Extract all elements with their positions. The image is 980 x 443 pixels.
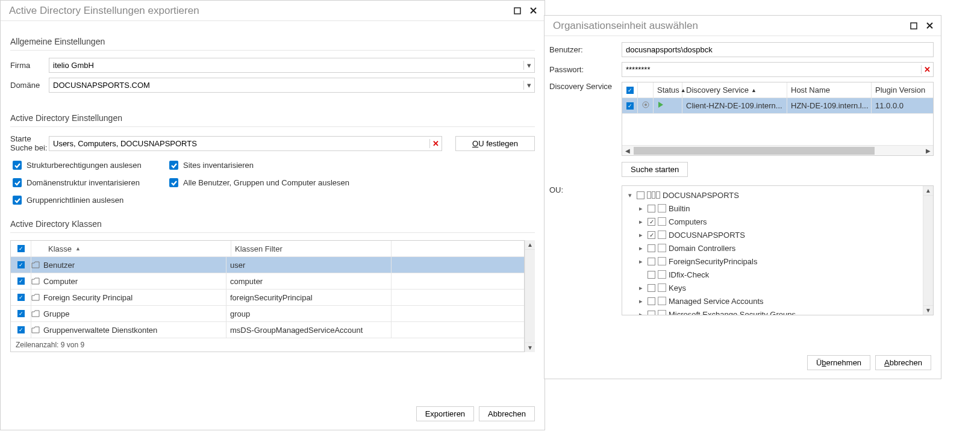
tree-checkbox[interactable] — [648, 244, 655, 252]
col-filter-header[interactable]: Klassen Filter — [231, 241, 392, 256]
row-checkbox[interactable] — [17, 261, 25, 268]
tree-item[interactable]: ▸Managed Service Accounts — [626, 294, 922, 308]
discovery-label: Discovery Service — [549, 82, 622, 91]
tree-checkbox[interactable] — [648, 258, 655, 265]
start-search-input-wrap: ✕ — [49, 136, 442, 151]
select-all-checkbox[interactable] — [11, 241, 31, 256]
table-row[interactable]: Benutzeruser — [11, 257, 524, 273]
tree-item[interactable]: ▸Computers — [626, 215, 922, 228]
scroll-down-icon[interactable]: ▼ — [923, 305, 933, 315]
tree-checkbox[interactable] — [648, 271, 655, 279]
expand-icon[interactable]: ▸ — [637, 311, 645, 315]
maximize-icon[interactable] — [511, 4, 524, 17]
titlebar: Organisationseinheit auswählen — [545, 16, 941, 36]
scroll-left-icon[interactable]: ◀ — [622, 147, 632, 154]
cell-filter: group — [226, 306, 392, 321]
user-input[interactable] — [622, 43, 933, 57]
col-status[interactable]: Status▲ — [654, 82, 682, 98]
expand-icon[interactable]: ▸ — [637, 284, 645, 292]
domain-input[interactable] — [49, 78, 523, 92]
chk-struct-perms[interactable]: Strukturberechtigungen auslesen — [13, 161, 169, 170]
tree-checkbox[interactable] — [648, 231, 655, 239]
tree-checkbox[interactable] — [648, 218, 655, 226]
scroll-up-icon[interactable]: ▲ — [923, 186, 933, 196]
chk-domain-struct[interactable]: Domänenstruktur inventarisieren — [13, 178, 169, 187]
chk-sites[interactable]: Sites inventarisieren — [169, 161, 532, 170]
ds-select-all[interactable] — [622, 82, 638, 98]
tree-item[interactable]: ▸ForeignSecurityPrincipals — [626, 255, 922, 268]
row-checkbox[interactable] — [17, 294, 25, 301]
section-ad-heading: Active Directory Einstellungen — [10, 113, 535, 127]
expand-icon[interactable]: ▸ — [637, 231, 645, 239]
expand-icon[interactable]: ▸ — [637, 205, 645, 212]
cell-klasse: Gruppenverwaltete Dienstkonten — [40, 322, 226, 338]
expand-icon[interactable]: ▸ — [637, 258, 645, 265]
tree-checkbox[interactable] — [648, 205, 655, 212]
export-button[interactable]: Exportieren — [416, 406, 474, 421]
chevron-down-icon[interactable]: ▾ — [523, 81, 534, 90]
cancel-button[interactable]: Abbrechen — [479, 406, 535, 421]
server-icon — [641, 101, 650, 111]
tree-item[interactable]: ▸Domain Controllers — [626, 241, 922, 255]
chk-gpo[interactable]: Gruppenrichtlinien auslesen — [13, 196, 169, 205]
domain-combo[interactable]: ▾ — [49, 78, 535, 93]
tree-item[interactable]: ▾DOCUSNAPSPORTS — [626, 188, 922, 202]
scroll-thumb[interactable] — [634, 147, 875, 155]
tree-checkbox[interactable] — [648, 297, 655, 305]
chevron-down-icon[interactable]: ▾ — [523, 61, 534, 70]
tree-item[interactable]: ▸DOCUSNAPSPORTS — [626, 228, 922, 241]
row-checkbox[interactable] — [17, 310, 25, 317]
firma-input[interactable] — [49, 58, 523, 72]
close-icon[interactable] — [526, 4, 540, 17]
col-klasse-header[interactable]: Klasse▲ — [45, 241, 231, 256]
scroll-down-icon[interactable]: ▼ — [525, 342, 535, 352]
row-checkbox[interactable] — [17, 326, 25, 333]
expand-icon[interactable]: ▸ — [637, 297, 645, 305]
col-host[interactable]: Host Name — [787, 82, 872, 98]
ds-row[interactable]: Client-HZN-DE-109.intern... HZN-DE-109.i… — [622, 98, 933, 114]
tree-item[interactable]: ▸Microsoft Exchange Security Groups — [626, 308, 922, 315]
folder-icon — [31, 277, 40, 285]
ou-icon — [658, 244, 666, 252]
expand-icon[interactable]: ▸ — [637, 218, 645, 226]
clear-icon[interactable]: ✕ — [429, 139, 442, 148]
table-row[interactable]: Gruppegroup — [11, 306, 524, 322]
apply-button[interactable]: ÜbernehmenÜbernehmen — [807, 355, 870, 370]
col-plugin[interactable]: Plugin Version — [872, 82, 933, 98]
expand-icon[interactable]: ▸ — [637, 244, 645, 252]
window-title: Active Directory Einstellungen exportier… — [9, 5, 508, 17]
chk-all-users[interactable]: Alle Benutzer, Gruppen und Computer ausl… — [169, 178, 532, 187]
status-play-icon — [657, 101, 664, 110]
maximize-icon[interactable] — [907, 19, 920, 33]
tree-scrollbar[interactable]: ▲ ▼ — [923, 186, 933, 315]
expand-icon[interactable]: ▾ — [626, 191, 634, 199]
ds-hscroll[interactable]: ◀ ▶ — [622, 145, 933, 155]
table-row[interactable]: Gruppenverwaltete DienstkontenmsDS-Group… — [11, 322, 524, 338]
start-search-input[interactable] — [49, 137, 429, 150]
scroll-right-icon[interactable]: ▶ — [923, 147, 933, 154]
start-search-button[interactable]: Suche starten — [622, 162, 688, 177]
tree-item[interactable]: IDfix-Check — [626, 268, 922, 281]
pass-input[interactable] — [622, 63, 921, 76]
firma-combo[interactable]: ▾ — [49, 58, 535, 73]
tree-item[interactable]: ▸Keys — [626, 281, 922, 294]
col-ds[interactable]: Discovery Service▲ — [682, 82, 787, 98]
tree-checkbox[interactable] — [648, 284, 655, 292]
row-checkbox[interactable] — [17, 277, 25, 285]
table-row[interactable]: Foreign Security PrincipalforeignSecurit… — [11, 290, 524, 306]
titlebar: Active Directory Einstellungen exportier… — [1, 1, 545, 21]
tree-checkbox[interactable] — [648, 311, 655, 315]
table-scrollbar[interactable]: ▲ ▼ — [525, 240, 535, 352]
clear-icon[interactable]: ✕ — [921, 65, 933, 74]
cancel-button[interactable]: AbbrechenAbbrechen — [875, 355, 931, 370]
table-row[interactable]: Computercomputer — [11, 273, 524, 290]
ou-set-button[interactable]: OU OU festlegenfestlegen — [455, 136, 535, 151]
ds-row-checkbox[interactable] — [626, 102, 634, 110]
user-input-wrap — [622, 42, 934, 57]
tree-checkbox[interactable] — [637, 191, 644, 199]
table-footer: Zeilenanzahl: 9 von 9 — [11, 338, 524, 352]
tree-item[interactable]: ▸Builtin — [626, 202, 922, 215]
scroll-up-icon[interactable]: ▲ — [525, 240, 535, 250]
table-header: Klasse▲ Klassen Filter — [11, 241, 524, 257]
close-icon[interactable] — [923, 19, 936, 33]
